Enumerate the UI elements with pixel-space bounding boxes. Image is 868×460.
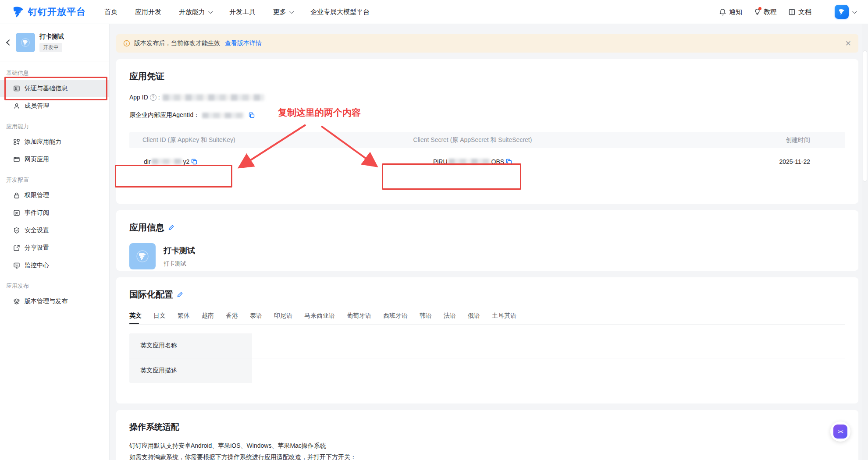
tab-indonesian[interactable]: 印尼语 [274,312,292,324]
app-avatar [129,243,156,269]
credentials-table: Client ID (原 AppKey 和 SuiteKey) Client S… [129,132,845,175]
sidebar-item-version-release[interactable]: 版本管理与发布 [0,293,109,310]
app-id-value-masked [163,94,264,101]
close-icon[interactable]: ✕ [845,39,851,48]
sidebar-item-web-app[interactable]: 网页应用 [0,151,109,168]
agent-id-value-masked [202,113,244,118]
account-menu[interactable] [835,5,856,19]
top-navigation: 钉钉开放平台 首页 应用开发 开放能力 开发工具 更多 企业专属大模型平台 通知… [0,0,868,24]
sidebar-item-security[interactable]: 安全设置 [0,222,109,239]
notifications-button[interactable]: 通知 [719,8,742,16]
view-version-details-link[interactable]: 查看版本详情 [225,39,262,47]
app-avatar [16,33,35,52]
nav-item-enterprise-llm[interactable]: 企业专属大模型平台 [310,8,370,16]
chevron-down-icon [852,9,857,14]
copy-icon[interactable] [506,159,512,165]
tab-english[interactable]: 英文 [129,312,142,324]
docs-button[interactable]: 文档 [788,8,811,16]
copy-icon[interactable] [191,159,197,165]
nav-item-open-capabilities[interactable]: 开放能力 [179,8,212,16]
dingtalk-wing-icon [12,6,25,18]
tab-thai[interactable]: 泰语 [250,312,262,324]
sidebar-item-label: 凭证与基础信息 [25,85,68,92]
en-app-name-label: 英文应用名称 [129,333,252,358]
sidebar-item-label: 添加应用能力 [25,138,61,146]
notification-dot [758,7,761,10]
nav-item-home[interactable]: 首页 [104,8,117,16]
sidebar-item-label: 版本管理与发布 [25,297,68,305]
sidebar-item-event-subscription[interactable]: 事件订阅 [0,204,109,222]
user-icon [13,103,20,110]
scrollbar-track[interactable] [862,24,868,460]
chevron-down-icon [289,9,294,14]
credentials-table-row: diry2 PiRUQBS 2025-11-22 [129,148,845,175]
os-adaptation-title: 操作系统适配 [129,421,179,433]
tutorial-button[interactable]: 教程 [754,8,777,16]
red-annotation-text: 复制这里的两个内容 [278,106,361,119]
help-icon[interactable]: ? [150,94,157,101]
app-info-title: 应用信息 [129,222,164,234]
sidebar-item-permissions[interactable]: 权限管理 [0,187,109,204]
tab-malay[interactable]: 马来西亚语 [304,312,335,324]
edit-icon[interactable] [168,224,174,231]
edit-icon[interactable] [177,291,183,298]
share-icon [13,244,20,251]
scrollbar-thumb[interactable] [863,50,867,182]
rss-icon [13,209,20,216]
assistant-icon: >< [833,425,847,439]
sidebar-item-monitor-center[interactable]: 监控中心 [0,257,109,274]
client-id-masked [152,159,182,164]
app-info-card: 应用信息 打卡测试 打卡测试 [116,210,858,271]
i18n-config-card: 国际化配置 英文 日文 繁体 越南 香港 泰语 印尼语 马来西亚语 葡萄牙语 西… [116,277,858,403]
banner-text: 版本发布后，当前修改才能生效 [134,39,220,47]
version-banner: 版本发布后，当前修改才能生效 查看版本详情 ✕ [116,34,858,53]
grid-plus-icon [13,138,20,145]
tab-korean[interactable]: 韩语 [420,312,432,324]
tab-traditional[interactable]: 繁体 [178,312,190,324]
divider [823,8,823,16]
tab-portuguese[interactable]: 葡萄牙语 [347,312,371,324]
nav-item-app-dev[interactable]: 应用开发 [135,8,161,16]
app-id-row: App ID ? : [129,94,845,101]
sidebar-item-add-capability[interactable]: 添加应用能力 [0,133,109,151]
en-app-desc-value [252,358,845,383]
app-credentials-card: 应用凭证 App ID ? : 原企业内部应用AgentId： 复制这里的两个内… [116,59,858,204]
sidebar-section-release: 应用发布 [0,274,109,293]
browser-icon [13,156,20,163]
sidebar-item-members[interactable]: 成员管理 [0,97,109,115]
nav-item-more[interactable]: 更多 [273,8,293,16]
id-card-icon [13,85,20,92]
sidebar-section-basic-info: 基础信息 [0,61,109,80]
sidebar-item-share-settings[interactable]: 分享设置 [0,239,109,257]
credentials-title: 应用凭证 [129,71,845,82]
sidebar-item-credentials[interactable]: 凭证与基础信息 [0,80,109,97]
sidebar-item-label: 安全设置 [25,226,49,234]
lock-icon [13,192,20,199]
en-app-desc-label: 英文应用描述 [129,358,252,383]
tab-russian[interactable]: 俄语 [468,312,480,324]
tab-turkish[interactable]: 土耳其语 [492,312,516,324]
sidebar-section-dev-config: 开发配置 [0,168,109,187]
app-name: 打卡测试 [164,245,195,256]
nav-menu: 首页 应用开发 开放能力 开发工具 更多 企业专属大模型平台 [104,8,370,16]
os-line-2: 如需支持鸿蒙系统，你需要根据下方操作系统进行应用适配改造，并打开下方开关： [129,451,845,460]
nav-item-dev-tools[interactable]: 开发工具 [229,8,256,16]
assistant-fab[interactable]: >< [830,421,850,442]
copy-icon[interactable] [249,112,255,118]
sidebar-item-label: 分享设置 [25,244,49,252]
os-adaptation-text: 钉钉应用默认支持安卓Android、苹果iOS、Windows、苹果Mac操作系… [129,440,845,460]
back-button[interactable] [5,39,11,46]
app-description: 打卡测试 [164,260,195,268]
en-app-name-value [252,333,845,358]
tab-french[interactable]: 法语 [444,312,456,324]
main-content: 版本发布后，当前修改才能生效 查看版本详情 ✕ 应用凭证 App ID ? : … [110,24,868,460]
table-row: 英文应用名称 [129,333,845,358]
tab-spanish[interactable]: 西班牙语 [383,312,408,324]
tab-japanese[interactable]: 日文 [153,312,166,324]
os-adaptation-card: 操作系统适配 钉钉应用默认支持安卓Android、苹果iOS、Windows、苹… [116,410,858,460]
tab-hongkong[interactable]: 香港 [226,312,238,324]
client-id-value: diry2 [144,158,197,165]
tab-vietnamese[interactable]: 越南 [202,312,214,324]
book-icon [788,8,796,16]
brand-logo[interactable]: 钉钉开放平台 [12,6,86,18]
